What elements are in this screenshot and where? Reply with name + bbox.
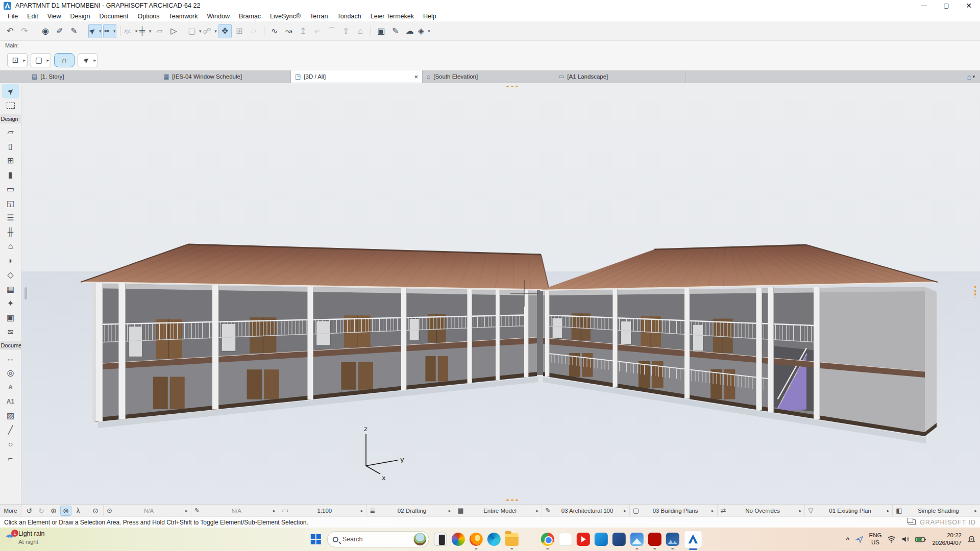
menu-item[interactable]: Leier Termékek	[366, 11, 419, 21]
wifi-icon[interactable]	[887, 536, 896, 543]
detail-tool[interactable]: ◎	[2, 366, 19, 380]
word-icon[interactable]	[612, 533, 626, 546]
taskbar-search-input[interactable]: Search	[327, 531, 429, 547]
menu-item[interactable]: Document	[95, 11, 133, 21]
polyline-tool[interactable]: ⌐	[2, 452, 19, 466]
raise-icon[interactable]: ↥	[297, 24, 310, 38]
home-icon[interactable]: ⌂	[354, 24, 367, 38]
outlook-icon[interactable]	[595, 533, 608, 546]
render-icon[interactable]: ✎	[389, 24, 402, 38]
corner-icon[interactable]: ⌐	[311, 24, 324, 38]
acrobat-icon[interactable]	[648, 533, 662, 546]
tab-south-elevation[interactable]: ⌂ [South Elevation] ×	[423, 70, 554, 83]
menu-item[interactable]: LiveSync®	[265, 11, 305, 21]
quick-renovation-filter[interactable]: ▽ 01 Existing Plan	[804, 505, 892, 516]
dimension-tool[interactable]: ↔	[2, 352, 19, 366]
view-style-icon[interactable]: ◈	[418, 24, 431, 38]
copilot-icon[interactable]	[452, 533, 465, 546]
close-icon[interactable]: ✕	[958, 0, 980, 11]
pane-divider-handle-right[interactable]	[974, 286, 976, 297]
inject-parameters-icon[interactable]: ✐	[53, 24, 66, 38]
door-tool[interactable]: ▯	[2, 139, 19, 154]
fill-tool[interactable]: ▨	[2, 409, 19, 423]
morph-tool[interactable]: ◇	[2, 268, 19, 282]
menu-item[interactable]: View	[43, 11, 66, 21]
tab-close-icon[interactable]: ×	[414, 73, 418, 80]
redo-icon[interactable]: ↷	[18, 24, 31, 38]
toolbox-section-design[interactable]: Design	[0, 114, 21, 123]
menu-item[interactable]: Edit	[22, 11, 43, 21]
menu-item[interactable]: Window	[203, 11, 234, 21]
hidden-icons-chevron-icon[interactable]: ^	[846, 536, 850, 543]
freehand-icon[interactable]: ↝	[282, 24, 296, 38]
youtube-icon[interactable]	[577, 533, 590, 546]
tab-1-story[interactable]: ▤ [1. Story] ×	[28, 70, 159, 83]
quick-dimension[interactable]: ▢ 03 Building Plans	[629, 505, 717, 516]
guide-lines-icon[interactable]: ╪	[138, 24, 152, 38]
speaker-icon[interactable]	[901, 536, 910, 543]
graphisoft-id-label[interactable]: GRAPHISOFT ID	[920, 519, 976, 526]
spline-icon[interactable]: ∿	[268, 24, 281, 38]
clock-widget[interactable]: 20:22 2026/04/07	[932, 532, 962, 547]
curtain-wall-tool[interactable]: ▦	[2, 282, 19, 296]
pickup-parameters-icon[interactable]: ◉	[39, 24, 52, 38]
select-arrow-tool[interactable]: ➤	[2, 84, 19, 98]
menu-item[interactable]: Tondach	[332, 11, 365, 21]
zoom-in-icon[interactable]: ⊕	[48, 506, 59, 516]
menu-item[interactable]: Teamwork	[164, 11, 203, 21]
label-tool[interactable]: A1	[2, 394, 19, 409]
windows-stack-icon[interactable]	[909, 519, 916, 525]
popup-navigator-button[interactable]: ⌂ ▾	[962, 70, 980, 83]
zone-tool[interactable]: ▣	[2, 311, 19, 325]
line-tool[interactable]: ╱	[2, 423, 19, 437]
mesh-tool[interactable]: ≋	[2, 325, 19, 339]
pane-divider-handle-top[interactable]	[506, 86, 520, 87]
edit-polygon-icon[interactable]: ✥	[218, 24, 232, 38]
menu-item[interactable]: File	[3, 11, 22, 21]
quick-favorites-na[interactable]: ✎ N/A	[191, 505, 279, 516]
menu-item[interactable]: Bramac	[234, 11, 265, 21]
marquee-flyout-icon[interactable]: ⊡	[7, 53, 28, 67]
quick-renovation[interactable]: ⇄ No Overrides	[717, 505, 805, 516]
battery-icon[interactable]	[915, 536, 926, 543]
wall-tool[interactable]: ▱	[2, 125, 19, 139]
undo-icon[interactable]: ↶	[4, 24, 17, 38]
elevate-icon[interactable]: ⇧	[339, 24, 353, 38]
photos-icon[interactable]	[630, 533, 644, 546]
shell-tool[interactable]: ◗	[2, 254, 19, 268]
quick-pen-na[interactable]: ⊙ N/A	[103, 505, 191, 516]
notification-bell-icon[interactable]: z	[967, 535, 976, 544]
firefox-icon[interactable]	[470, 533, 483, 546]
orient-arrow-icon[interactable]: ▷	[167, 24, 180, 38]
menu-item[interactable]: Design	[66, 11, 95, 21]
snap-guides-icon[interactable]: ╍	[103, 24, 116, 38]
tab-a1-landscape[interactable]: ▭ [A1 Landscape] ×	[554, 70, 686, 83]
text-tool[interactable]: A	[2, 380, 19, 394]
menu-item[interactable]: Options	[133, 11, 164, 21]
slab-tool[interactable]: ◱	[2, 196, 19, 211]
walk-mode-icon[interactable]: λ	[72, 506, 84, 516]
beam-tool[interactable]: ▭	[2, 182, 19, 196]
chrome-icon[interactable]	[541, 533, 554, 546]
survey-grid-icon[interactable]: ⊞	[233, 24, 246, 38]
coordinates-icon[interactable]: xy:	[124, 24, 137, 38]
cloud-settings-icon[interactable]: ☁	[403, 24, 416, 38]
object-tool[interactable]: ✦	[2, 296, 19, 311]
frame-icon[interactable]: ▢	[188, 24, 202, 38]
orbit-icon[interactable]: ⊚	[60, 506, 71, 516]
transform-icon[interactable]: ▣	[375, 24, 388, 38]
arc-icon[interactable]: ⌒	[325, 24, 338, 38]
quick-structure-display[interactable]: ▦ Entire Model	[454, 505, 542, 516]
location-icon[interactable]	[855, 535, 864, 543]
arrow-select-icon[interactable]: ➤	[88, 24, 102, 38]
column-tool[interactable]: ▮	[2, 168, 19, 182]
minimize-icon[interactable]: —	[913, 0, 935, 11]
archicad-taskbar-icon[interactable]	[684, 530, 702, 548]
explorer-icon[interactable]	[505, 533, 519, 546]
window-tool[interactable]: ⊞	[2, 154, 19, 168]
zoom-next-icon[interactable]: ↻	[36, 506, 47, 516]
quick-pen-set[interactable]: ✎ 03 Architectural 100	[542, 505, 629, 516]
roof-tool[interactable]: ⌂	[2, 239, 19, 254]
arrow-flyout-icon[interactable]: ➤	[78, 53, 98, 67]
weather-widget[interactable]: ☂ 1 Light rain At night	[5, 530, 44, 545]
